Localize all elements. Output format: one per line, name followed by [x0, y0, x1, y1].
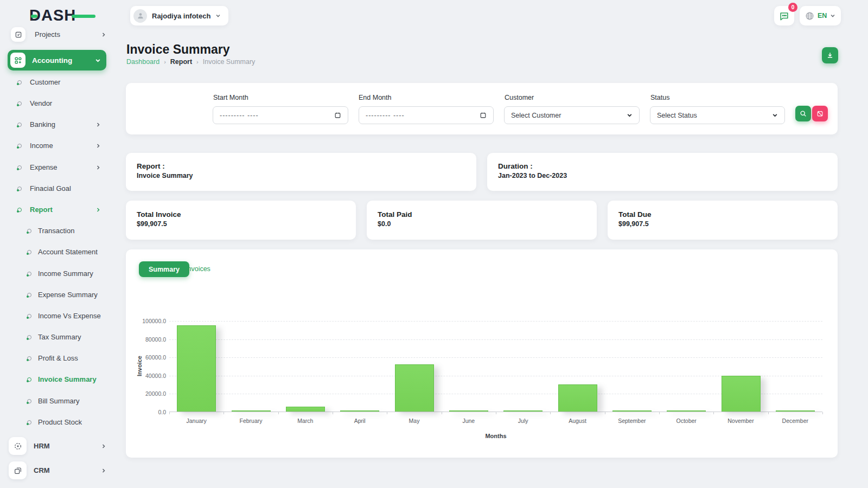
- sidebar-item-financial-goal[interactable]: Finacial Goal: [17, 184, 101, 192]
- bullet-icon: [17, 123, 22, 127]
- sidebar-item-income-summary[interactable]: Income Summary: [27, 269, 103, 278]
- bar-july: [503, 410, 542, 412]
- sidebar-item-income-vs-expense[interactable]: Income Vs Expense: [27, 312, 103, 320]
- sidebar-item-hrm[interactable]: HRM: [9, 437, 106, 455]
- duration-value: Jan-2023 to Dec-2023: [498, 172, 827, 179]
- bar-december: [776, 410, 815, 412]
- total-invoice-value: $99,907.5: [137, 220, 345, 228]
- bullet-icon: [27, 272, 31, 276]
- accounting-icon: [10, 53, 25, 68]
- bullet-icon: [27, 356, 31, 361]
- sidebar-item-projects[interactable]: Projects: [11, 27, 106, 42]
- x-tick-label: September: [605, 418, 659, 424]
- breadcrumb-current: Invoice Summary: [203, 58, 256, 66]
- sidebar-item-report[interactable]: Report: [17, 206, 101, 214]
- x-tick: [224, 412, 224, 414]
- calendar-icon: [334, 112, 341, 119]
- sidebar-item-income[interactable]: Income: [17, 142, 101, 150]
- sidebar-item-invoice-summary[interactable]: Invoice Summary: [27, 375, 103, 383]
- bar-september: [612, 410, 652, 412]
- report-value: Invoice Summary: [137, 172, 465, 179]
- x-tick: [333, 412, 333, 414]
- status-select[interactable]: Select Status: [650, 106, 785, 124]
- reset-button[interactable]: [812, 106, 828, 121]
- bullet-icon: [17, 80, 22, 85]
- y-tick-label: 100000.0: [142, 318, 166, 324]
- search-button[interactable]: [795, 106, 811, 121]
- chat-badge: 0: [788, 3, 797, 12]
- bar-may: [395, 364, 434, 412]
- x-tick: [169, 412, 170, 414]
- company-switcher[interactable]: Rajodiya infotech: [130, 6, 228, 25]
- sidebar-item-expense-summary[interactable]: Expense Summary: [27, 291, 103, 299]
- chevron-right-icon: [95, 165, 101, 170]
- sidebar-item-vendor[interactable]: Vendor: [17, 99, 101, 107]
- sidebar-item-crm[interactable]: CRM: [9, 461, 106, 479]
- tab-invoices[interactable]: Invoices: [186, 265, 210, 273]
- bullet-icon: [27, 399, 31, 403]
- x-tick: [387, 412, 387, 414]
- sidebar-item-bill-summary[interactable]: Bill Summary: [27, 397, 103, 405]
- breadcrumb-dashboard[interactable]: Dashboard: [126, 58, 159, 66]
- y-tick-label: 80000.0: [145, 336, 166, 343]
- filter-panel: Start Month End Month Customer Status --…: [126, 83, 838, 134]
- start-month-input[interactable]: --------- ----: [213, 106, 348, 124]
- x-tick: [822, 412, 823, 414]
- report-label: Report :: [137, 162, 465, 170]
- tab-summary[interactable]: Summary: [139, 261, 189, 277]
- sidebar-item-transaction[interactable]: Transaction: [27, 227, 103, 235]
- x-axis-title: Months: [169, 433, 822, 439]
- chevron-right-icon: [101, 444, 106, 449]
- sidebar-item-account-statement[interactable]: Account Statement: [27, 248, 103, 256]
- bullet-icon: [17, 165, 22, 170]
- breadcrumb-report[interactable]: Report: [170, 58, 192, 66]
- chat-icon: [779, 11, 789, 21]
- status-label: Status: [650, 94, 669, 101]
- bar-august: [558, 384, 597, 412]
- bar-april: [340, 410, 379, 412]
- y-tick-label: 40000.0: [145, 373, 166, 379]
- sidebar-item-banking[interactable]: Banking: [17, 120, 101, 129]
- x-tick: [442, 412, 442, 414]
- sidebar-item-accounting[interactable]: Accounting: [8, 50, 106, 70]
- total-due-value: $99,907.5: [618, 220, 827, 228]
- crm-icon: [9, 461, 27, 479]
- sidebar-item-customer[interactable]: Customer: [17, 78, 101, 86]
- x-tick-label: November: [713, 418, 768, 424]
- bullet-icon: [27, 229, 31, 233]
- x-tick-label: July: [496, 418, 550, 424]
- bullet-icon: [27, 335, 31, 339]
- sidebar-item-tax-summary[interactable]: Tax Summary: [27, 333, 103, 341]
- x-tick-label: April: [333, 418, 387, 424]
- language-selector[interactable]: EN: [800, 6, 841, 25]
- end-month-input[interactable]: --------- ----: [359, 106, 494, 124]
- globe-icon: [805, 11, 814, 21]
- avatar: [133, 9, 147, 23]
- breadcrumb: Dashboard › Report › Invoice Summary: [126, 58, 255, 66]
- duration-label: Duration :: [498, 162, 827, 170]
- bullet-icon: [17, 187, 22, 191]
- report-card: Report : Invoice Summary: [126, 153, 476, 191]
- x-tick-label: August: [550, 418, 604, 424]
- bar-chart: [169, 321, 822, 412]
- x-tick: [550, 412, 551, 414]
- sidebar-item-profit-loss[interactable]: Profit & Loss: [27, 354, 103, 362]
- y-tick-label: 0.0: [158, 409, 166, 415]
- total-due-card: Total Due $99,907.5: [608, 201, 838, 240]
- sidebar-item-product-stock[interactable]: Product Stock: [27, 418, 103, 426]
- bullet-icon: [17, 101, 22, 106]
- customer-select[interactable]: Select Customer: [504, 106, 640, 124]
- y-tick-label: 60000.0: [145, 354, 166, 361]
- logo[interactable]: DASH: [29, 7, 89, 25]
- calendar-icon: [480, 112, 487, 119]
- download-icon: [826, 52, 834, 59]
- messages-button[interactable]: 0: [774, 6, 794, 25]
- x-tick-label: June: [442, 418, 496, 424]
- chevron-right-icon: [101, 32, 106, 37]
- download-button[interactable]: [822, 47, 838, 63]
- chevron-down-icon: [627, 112, 633, 118]
- sidebar-item-expense[interactable]: Expense: [17, 163, 101, 171]
- customer-label: Customer: [505, 94, 534, 101]
- chevron-right-icon: [95, 122, 101, 127]
- logo-accent-dash: [31, 15, 37, 18]
